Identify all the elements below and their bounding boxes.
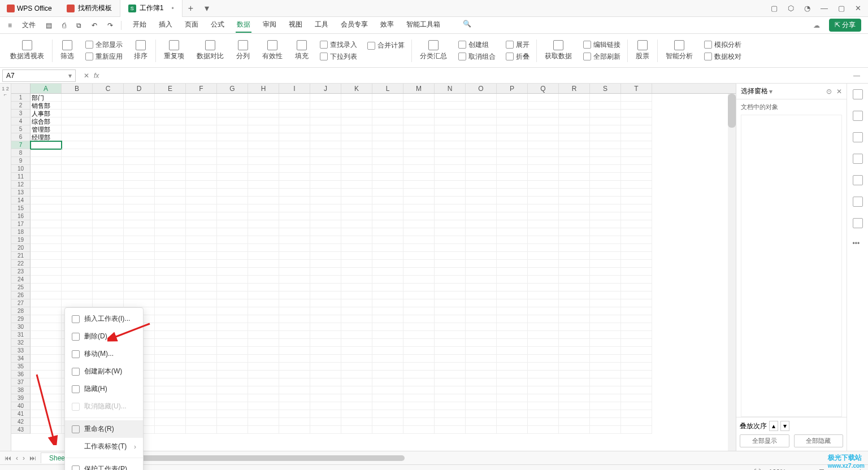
- cell-E22[interactable]: [155, 260, 186, 268]
- cell-E27[interactable]: [155, 299, 186, 307]
- cell-T40[interactable]: [621, 402, 652, 410]
- cell-T2[interactable]: [621, 102, 652, 110]
- row-header[interactable]: 16: [11, 212, 31, 220]
- first-sheet-icon[interactable]: ⏮: [5, 454, 11, 462]
- cell-N36[interactable]: [435, 371, 466, 378]
- cell-T25[interactable]: [621, 284, 652, 291]
- cell-K31[interactable]: [341, 331, 372, 339]
- cell-G23[interactable]: [217, 268, 248, 276]
- cell-J16[interactable]: [310, 212, 341, 220]
- cell-F7[interactable]: [186, 141, 217, 149]
- cell-B14[interactable]: [62, 197, 93, 204]
- cell-H15[interactable]: [248, 204, 279, 212]
- cell-G12[interactable]: [217, 181, 248, 189]
- cell-Q10[interactable]: [528, 165, 559, 173]
- cell-E25[interactable]: [155, 284, 186, 291]
- cell-S24[interactable]: [590, 276, 621, 284]
- cell-O5[interactable]: [466, 125, 497, 133]
- refresh-button[interactable]: 全部刷新: [583, 52, 620, 62]
- cell-P25[interactable]: [497, 284, 528, 291]
- cell-J33[interactable]: [310, 347, 341, 355]
- cell-N40[interactable]: [435, 402, 466, 410]
- cell-G18[interactable]: [217, 228, 248, 236]
- tab-member[interactable]: 会员专享: [340, 18, 369, 33]
- cell-F2[interactable]: [186, 102, 217, 110]
- cell-M37[interactable]: [403, 378, 435, 386]
- cell-T28[interactable]: [621, 307, 652, 315]
- cell-C7[interactable]: [93, 141, 124, 149]
- cell-O37[interactable]: [466, 378, 497, 386]
- cell-J40[interactable]: [310, 402, 341, 410]
- cell-L29[interactable]: [372, 315, 403, 323]
- col-header-D[interactable]: D: [124, 84, 155, 93]
- cell-P11[interactable]: [497, 173, 528, 181]
- cell-P29[interactable]: [497, 315, 528, 323]
- cell-E28[interactable]: [155, 307, 186, 315]
- tab-menu-button[interactable]: ▾: [199, 3, 215, 14]
- scrollbar-thumb[interactable]: [728, 94, 736, 128]
- cell-F15[interactable]: [186, 204, 217, 212]
- cell-P23[interactable]: [497, 268, 528, 276]
- cell-J6[interactable]: [310, 133, 341, 141]
- cell-H32[interactable]: [248, 339, 279, 347]
- cell-R29[interactable]: [559, 315, 590, 323]
- cell-P35[interactable]: [497, 363, 528, 371]
- cell-S25[interactable]: [590, 284, 621, 291]
- cell-J10[interactable]: [310, 165, 341, 173]
- cell-P41[interactable]: [497, 410, 528, 418]
- context-menu-item[interactable]: 保护工作表(P)...: [65, 460, 143, 470]
- compare-button[interactable]: 数据对比: [192, 40, 228, 61]
- cell-C8[interactable]: [93, 149, 124, 157]
- row-header[interactable]: 3: [11, 110, 31, 118]
- cell-Q39[interactable]: [528, 394, 559, 402]
- cell-Q31[interactable]: [528, 331, 559, 339]
- cell-I18[interactable]: [279, 228, 310, 236]
- cell-Q18[interactable]: [528, 228, 559, 236]
- cell-T10[interactable]: [621, 165, 652, 173]
- cell-M3[interactable]: [403, 110, 435, 118]
- context-menu-item[interactable]: 删除(D): [65, 328, 143, 345]
- cell-E7[interactable]: [155, 141, 186, 149]
- cell-E34[interactable]: [155, 355, 186, 363]
- cell-G40[interactable]: [217, 402, 248, 410]
- cell-P13[interactable]: [497, 189, 528, 197]
- fullscreen-icon[interactable]: ⛶: [754, 468, 761, 471]
- cell-N6[interactable]: [435, 133, 466, 141]
- cell-Q19[interactable]: [528, 236, 559, 244]
- cell-M34[interactable]: [403, 355, 435, 363]
- context-menu-item[interactable]: 隐藏(H): [65, 380, 143, 398]
- cell-D19[interactable]: [124, 236, 155, 244]
- cell-A23[interactable]: [31, 268, 62, 276]
- cell-G15[interactable]: [217, 204, 248, 212]
- tab-smart[interactable]: 智能工具箱: [405, 18, 441, 33]
- cell-H21[interactable]: [248, 252, 279, 260]
- cell-I8[interactable]: [279, 149, 310, 157]
- cell-K16[interactable]: [341, 212, 372, 220]
- cell-N21[interactable]: [435, 252, 466, 260]
- cell-L22[interactable]: [372, 260, 403, 268]
- cell-K6[interactable]: [341, 133, 372, 141]
- cell-O24[interactable]: [466, 276, 497, 284]
- cell-G6[interactable]: [217, 133, 248, 141]
- cell-R4[interactable]: [559, 118, 590, 125]
- cell-F38[interactable]: [186, 386, 217, 394]
- cell-D26[interactable]: [124, 291, 155, 299]
- cell-D10[interactable]: [124, 165, 155, 173]
- cell-M11[interactable]: [403, 173, 435, 181]
- cell-S12[interactable]: [590, 181, 621, 189]
- cell-B20[interactable]: [62, 244, 93, 252]
- cell-M20[interactable]: [403, 244, 435, 252]
- cell-S35[interactable]: [590, 363, 621, 371]
- cell-N38[interactable]: [435, 386, 466, 394]
- cell-I6[interactable]: [279, 133, 310, 141]
- cell-K39[interactable]: [341, 394, 372, 402]
- cell-T4[interactable]: [621, 118, 652, 125]
- cell-K17[interactable]: [341, 220, 372, 228]
- cell-O3[interactable]: [466, 110, 497, 118]
- cell-J37[interactable]: [310, 378, 341, 386]
- cell-A12[interactable]: [31, 181, 62, 189]
- cell-H37[interactable]: [248, 378, 279, 386]
- cell-S18[interactable]: [590, 228, 621, 236]
- cell-O8[interactable]: [466, 149, 497, 157]
- cell-I23[interactable]: [279, 268, 310, 276]
